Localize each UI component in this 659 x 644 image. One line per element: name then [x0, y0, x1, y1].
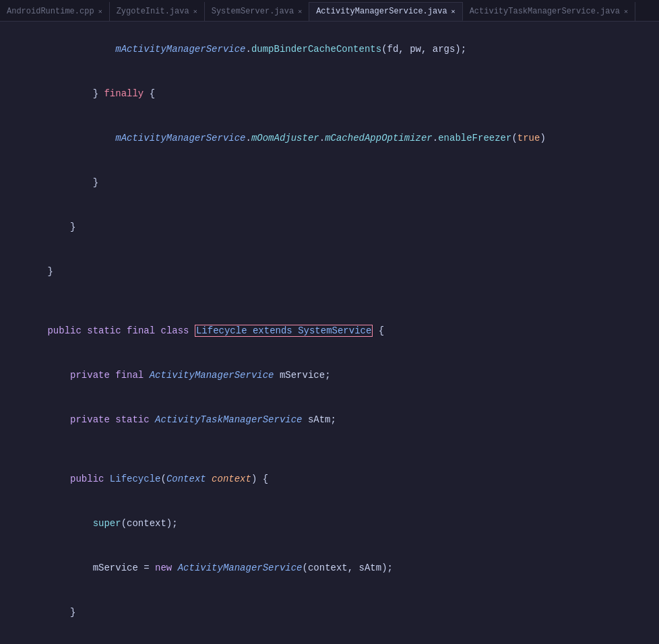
code-line: } finally {	[0, 71, 659, 116]
code-line	[0, 294, 659, 309]
line-content: mActivityManagerService.dumpBinderCacheC…	[0, 27, 659, 71]
code-editor: mActivityManagerService.dumpBinderCacheC…	[0, 22, 659, 644]
code-line: private final ActivityManagerService mSe…	[0, 353, 659, 397]
code-line: }	[0, 160, 659, 205]
code-line: mService = new ActivityManagerService(co…	[0, 546, 659, 590]
code-line: super(context);	[0, 501, 659, 546]
code-line: mActivityManagerService.mOomAdjuster.mCa…	[0, 116, 659, 160]
close-icon[interactable]: ✕	[298, 7, 302, 15]
tab-label: ActivityManagerService.java	[316, 7, 447, 16]
line-content: }	[0, 249, 659, 294]
line-content: private final ActivityManagerService mSe…	[0, 353, 659, 397]
code-line: }	[0, 590, 659, 635]
line-content: }	[0, 205, 659, 249]
code-line	[0, 442, 659, 457]
close-icon[interactable]: ✕	[624, 7, 628, 15]
line-content: } finally {	[0, 71, 659, 116]
code-line	[0, 635, 659, 644]
code-line: mActivityManagerService.dumpBinderCacheC…	[0, 27, 659, 71]
line-content: mActivityManagerService.mOomAdjuster.mCa…	[0, 116, 659, 160]
close-icon[interactable]: ✕	[98, 7, 102, 15]
tab-androidruntime[interactable]: AndroidRuntime.cpp ✕	[0, 2, 110, 21]
code-line: private static ActivityTaskManagerServic…	[0, 397, 659, 442]
tab-label: ZygoteInit.java	[117, 7, 189, 16]
code-line: }	[0, 249, 659, 294]
line-content: }	[0, 160, 659, 205]
tab-label: ActivityTaskManagerService.java	[470, 7, 620, 16]
tab-label: AndroidRuntime.cpp	[7, 7, 94, 16]
code-line: }	[0, 205, 659, 249]
tab-activitymanagerservice[interactable]: ActivityManagerService.java ✕	[309, 2, 462, 21]
code-line: public static final class Lifecycle exte…	[0, 309, 659, 353]
code-line: public Lifecycle(Context context) {	[0, 457, 659, 501]
tab-activitytaskmanagerservice[interactable]: ActivityTaskManagerService.java ✕	[463, 2, 635, 21]
line-content: }	[0, 590, 659, 635]
close-icon[interactable]: ✕	[451, 7, 456, 15]
line-content	[0, 442, 659, 457]
line-content: mService = new ActivityManagerService(co…	[0, 546, 659, 590]
line-content: public static final class Lifecycle exte…	[0, 309, 659, 353]
tab-zygoteinit[interactable]: ZygoteInit.java ✕	[110, 2, 205, 21]
tab-bar: AndroidRuntime.cpp ✕ ZygoteInit.java ✕ S…	[0, 0, 659, 22]
line-content: private static ActivityTaskManagerServic…	[0, 397, 659, 442]
line-content: super(context);	[0, 501, 659, 546]
line-content	[0, 635, 659, 644]
tab-systemserver[interactable]: SystemServer.java ✕	[205, 2, 309, 21]
close-icon[interactable]: ✕	[193, 7, 197, 15]
line-content: public Lifecycle(Context context) {	[0, 457, 659, 501]
line-content	[0, 294, 659, 309]
tab-label: SystemServer.java	[212, 7, 294, 16]
